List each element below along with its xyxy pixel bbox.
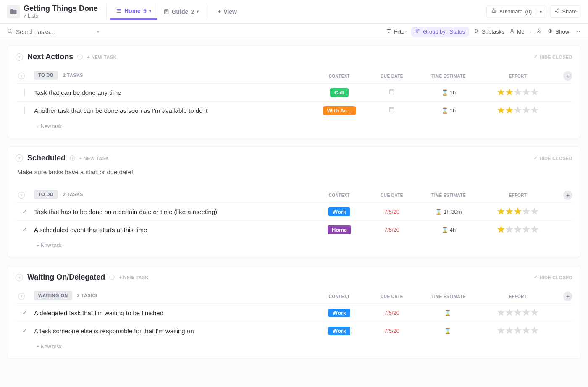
- section-title[interactable]: Scheduled: [27, 154, 66, 162]
- context-tag[interactable]: Call: [330, 88, 349, 97]
- more-button[interactable]: ···: [574, 29, 581, 35]
- time-estimate-value[interactable]: ⌛1h: [441, 107, 456, 114]
- star-icon: ★: [514, 106, 522, 115]
- collapse-section-icon[interactable]: ▾: [16, 154, 23, 162]
- collapse-section-icon[interactable]: ▾: [16, 53, 23, 61]
- due-date-value[interactable]: 7/5/20: [384, 328, 399, 334]
- task-row[interactable]: Task that can be done any time Call ⌛1h …: [16, 83, 572, 101]
- new-task-button[interactable]: + NEW TASK: [87, 55, 116, 60]
- task-name[interactable]: Another task that can be done as soon as…: [34, 107, 312, 114]
- show-button[interactable]: Show: [547, 29, 570, 35]
- hide-closed-button[interactable]: ✓ HIDE CLOSED: [534, 155, 572, 161]
- due-date-value[interactable]: 7/5/20: [384, 209, 399, 215]
- automate-button[interactable]: Automate (0) ▾: [486, 5, 547, 18]
- status-square[interactable]: [24, 89, 25, 96]
- time-estimate-value[interactable]: ⌛1h 30m: [435, 209, 462, 215]
- effort-stars[interactable]: ★★★★★: [480, 308, 556, 317]
- info-icon[interactable]: ⓘ: [70, 154, 75, 162]
- col-effort[interactable]: EFFORT: [480, 74, 556, 78]
- group-by-button[interactable]: Group by: Status: [411, 27, 469, 37]
- status-chip[interactable]: TO DO: [34, 190, 58, 199]
- task-row[interactable]: Another task that can be done as soon as…: [16, 101, 572, 119]
- add-view-button[interactable]: + View: [212, 4, 243, 19]
- filter-button[interactable]: Filter: [386, 29, 406, 35]
- effort-stars[interactable]: ★★★★★: [480, 106, 556, 115]
- info-icon[interactable]: ⓘ: [109, 274, 115, 281]
- check-icon[interactable]: ✓: [22, 226, 27, 233]
- col-due-date[interactable]: DUE DATE: [367, 193, 417, 198]
- hide-closed-button[interactable]: ✓ HIDE CLOSED: [534, 275, 572, 280]
- section-title[interactable]: Next Actions: [27, 52, 73, 61]
- task-name[interactable]: Task that has to be done on a certain da…: [34, 208, 312, 215]
- col-due-date[interactable]: DUE DATE: [367, 74, 417, 78]
- context-tag[interactable]: With Ac...: [323, 106, 356, 115]
- col-due-date[interactable]: DUE DATE: [367, 294, 417, 299]
- col-context[interactable]: CONTEXT: [312, 74, 367, 78]
- new-task-button[interactable]: + NEW TASK: [79, 156, 109, 161]
- col-time-estimate[interactable]: TIME ESTIMATE: [417, 294, 480, 299]
- chevron-down-icon[interactable]: ▾: [97, 29, 99, 34]
- task-row[interactable]: ✓ A task someone else is responsible for…: [16, 322, 572, 340]
- add-column-button[interactable]: +: [563, 71, 572, 81]
- task-name[interactable]: A task someone else is responsible for t…: [34, 327, 312, 335]
- time-estimate-value[interactable]: ⌛1h: [441, 89, 456, 96]
- status-chip[interactable]: WAITING ON: [34, 291, 72, 300]
- context-tag[interactable]: Work: [328, 309, 350, 317]
- due-date-value[interactable]: 7/5/20: [384, 227, 399, 233]
- search-input[interactable]: [16, 29, 94, 35]
- new-task-inline[interactable]: + New task: [16, 119, 572, 129]
- calendar-icon[interactable]: [388, 89, 395, 96]
- col-effort[interactable]: EFFORT: [480, 294, 556, 299]
- subtasks-button[interactable]: Subtasks: [474, 29, 504, 35]
- folder-icon[interactable]: [7, 5, 20, 18]
- effort-stars[interactable]: ★★★★★: [480, 207, 556, 216]
- info-icon[interactable]: ⓘ: [77, 53, 83, 61]
- col-context[interactable]: CONTEXT: [312, 193, 367, 198]
- hourglass-icon[interactable]: ⌛: [444, 328, 451, 334]
- task-name[interactable]: A scheduled event that starts at this ti…: [34, 226, 312, 233]
- star-icon: ★: [505, 207, 514, 216]
- assignees-button[interactable]: [536, 29, 542, 35]
- tab-guide[interactable]: Guide 2 ▾: [158, 3, 205, 20]
- task-name[interactable]: Task that can be done any time: [34, 89, 312, 96]
- collapse-group-icon[interactable]: ▾: [18, 192, 25, 199]
- col-context[interactable]: CONTEXT: [312, 294, 367, 299]
- effort-stars[interactable]: ★★★★★: [480, 326, 556, 335]
- task-row[interactable]: ✓ Task that has to be done on a certain …: [16, 202, 572, 220]
- effort-stars[interactable]: ★★★★★: [480, 225, 556, 234]
- task-row[interactable]: ✓ A delegated task that I'm waiting to b…: [16, 303, 572, 322]
- check-icon[interactable]: ✓: [22, 309, 27, 316]
- chevron-down-icon: ▾: [197, 9, 199, 14]
- task-row[interactable]: ✓ A scheduled event that starts at this …: [16, 220, 572, 238]
- collapse-section-icon[interactable]: ▾: [16, 274, 23, 281]
- collapse-group-icon[interactable]: ▾: [18, 73, 25, 79]
- hide-closed-button[interactable]: ✓ HIDE CLOSED: [534, 54, 572, 60]
- tab-home[interactable]: Home 5 ▾: [110, 3, 157, 20]
- col-time-estimate[interactable]: TIME ESTIMATE: [417, 193, 480, 198]
- task-name[interactable]: A delegated task that I'm waiting to be …: [34, 309, 312, 316]
- effort-stars[interactable]: ★★★★★: [480, 88, 556, 97]
- new-task-inline[interactable]: + New task: [16, 340, 572, 350]
- add-column-button[interactable]: +: [563, 292, 572, 301]
- hourglass-icon[interactable]: ⌛: [444, 310, 451, 316]
- status-square[interactable]: [24, 107, 25, 114]
- context-tag[interactable]: Home: [328, 225, 351, 234]
- calendar-icon[interactable]: [388, 107, 395, 114]
- new-task-inline[interactable]: + New task: [16, 238, 572, 248]
- check-icon[interactable]: ✓: [22, 208, 27, 215]
- context-tag[interactable]: Work: [328, 207, 350, 216]
- context-tag[interactable]: Work: [328, 327, 350, 335]
- status-chip[interactable]: TO DO: [34, 71, 58, 80]
- section-title[interactable]: Waiting On/Delegated: [27, 273, 105, 282]
- check-icon[interactable]: ✓: [22, 327, 27, 334]
- me-button[interactable]: Me: [509, 29, 525, 35]
- col-time-estimate[interactable]: TIME ESTIMATE: [417, 74, 480, 78]
- new-task-button[interactable]: + NEW TASK: [119, 275, 148, 280]
- time-estimate-value[interactable]: ⌛4h: [441, 227, 456, 233]
- due-date-value[interactable]: 7/5/20: [384, 310, 399, 316]
- collapse-group-icon[interactable]: ▾: [18, 293, 25, 300]
- col-effort[interactable]: EFFORT: [480, 193, 556, 198]
- add-column-button[interactable]: +: [563, 191, 572, 200]
- star-icon: ★: [530, 326, 539, 335]
- share-button[interactable]: Share: [550, 5, 581, 18]
